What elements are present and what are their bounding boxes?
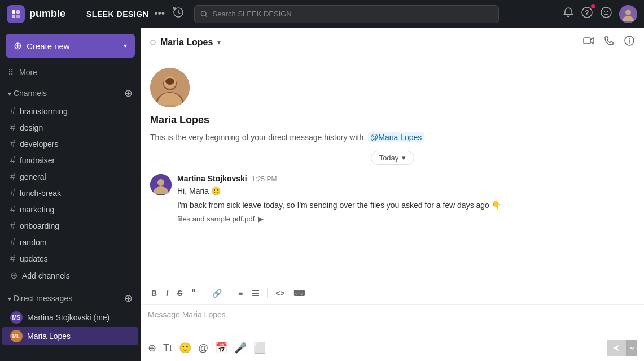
ordered-list-button[interactable]: ☰ bbox=[248, 286, 262, 300]
toolbar-sep-1 bbox=[204, 288, 204, 298]
message-textarea[interactable] bbox=[148, 309, 637, 333]
hash-icon: # bbox=[10, 123, 15, 133]
messages-list: Maria Lopes This is the very beginning o… bbox=[141, 56, 644, 282]
message-input-area: B I S " 🔗 ≡ ☰ <> ⌨ ⊕ Tt 🙂 @ 📅 bbox=[141, 282, 644, 361]
notification-icon[interactable] bbox=[563, 7, 574, 21]
more-item[interactable]: ⠿ More bbox=[0, 63, 141, 81]
send-dropdown-button[interactable] bbox=[626, 340, 637, 356]
channel-item-updates[interactable]: # updates bbox=[2, 251, 138, 267]
channel-item-random[interactable]: # random bbox=[2, 234, 138, 250]
file-play-icon[interactable]: ▶ bbox=[258, 215, 264, 223]
svg-point-12 bbox=[625, 10, 631, 15]
logo-text: pumble bbox=[29, 8, 65, 20]
calendar-icon[interactable]: 📅 bbox=[215, 342, 227, 354]
italic-button[interactable]: I bbox=[163, 286, 172, 300]
topbar: pumble SLEEK DESIGN ••• ? bbox=[0, 0, 644, 28]
history-icon[interactable] bbox=[173, 7, 184, 21]
phone-icon[interactable] bbox=[603, 35, 615, 49]
attachment-filename: files and sample pdf.pdf bbox=[177, 215, 255, 223]
send-button[interactable] bbox=[607, 340, 626, 356]
help-icon[interactable]: ? bbox=[581, 6, 593, 21]
topbar-actions: ? bbox=[563, 5, 637, 23]
dm-avatar-maria-wrapper: ML bbox=[10, 330, 23, 342]
channels-section: ▾ Channels ⊕ # brainstorming # design # … bbox=[0, 84, 141, 284]
input-toolbar: B I S " 🔗 ≡ ☰ <> ⌨ bbox=[141, 282, 644, 305]
channel-list: # brainstorming # design # developers # … bbox=[0, 103, 141, 284]
svg-rect-3 bbox=[16, 15, 20, 18]
mention-icon[interactable]: @ bbox=[198, 342, 208, 354]
message-text-2: I'm back from sick leave today, so I'm s… bbox=[177, 199, 635, 211]
chat-header-left: Maria Lopes ▾ bbox=[150, 37, 221, 47]
hash-icon: # bbox=[10, 172, 15, 182]
search-bar[interactable] bbox=[194, 5, 499, 23]
add-attachment-icon[interactable]: ⊕ bbox=[148, 342, 156, 354]
add-channels-item[interactable]: ⊕ Add channels bbox=[2, 267, 138, 284]
input-actions: ⊕ Tt 🙂 @ 📅 🎤 ⬜ bbox=[141, 337, 644, 361]
blockquote-button[interactable]: " bbox=[188, 286, 199, 301]
video-icon[interactable] bbox=[583, 35, 594, 49]
svg-point-8 bbox=[601, 7, 611, 18]
channel-item-general[interactable]: # general bbox=[2, 169, 138, 185]
hash-icon: # bbox=[10, 188, 15, 198]
hash-icon: # bbox=[10, 221, 15, 231]
canvas-icon[interactable]: ⬜ bbox=[253, 342, 266, 354]
channel-item-onboarding[interactable]: # onboarding bbox=[2, 218, 138, 234]
add-channel-icon[interactable]: ⊕ bbox=[124, 87, 133, 99]
hash-icon: # bbox=[10, 106, 15, 116]
channel-item-brainstorming[interactable]: # brainstorming bbox=[2, 103, 138, 119]
emoji-icon[interactable] bbox=[600, 6, 612, 21]
channel-item-fundraiser[interactable]: # fundraiser bbox=[2, 153, 138, 168]
svg-rect-0 bbox=[12, 10, 15, 14]
contact-menu-icon[interactable]: ▾ bbox=[217, 38, 221, 46]
channel-item-lunch-break[interactable]: # lunch-break bbox=[2, 185, 138, 201]
audio-icon[interactable]: 🎤 bbox=[234, 342, 247, 354]
toolbar-sep-2 bbox=[230, 288, 230, 298]
dm-section-header[interactable]: ▾ Direct messages ⊕ bbox=[0, 289, 141, 308]
logo-icon bbox=[7, 5, 25, 23]
hash-icon: # bbox=[10, 237, 15, 247]
message-group: Martina Stojkovski 1:25 PM Hi, Maria 🙂 I… bbox=[150, 174, 635, 223]
svg-point-15 bbox=[629, 38, 630, 40]
channel-item-marketing[interactable]: # marketing bbox=[2, 202, 138, 218]
dm-item-martina[interactable]: MS Martina Stojkovski (me) bbox=[2, 308, 138, 327]
hash-icon: # bbox=[10, 139, 15, 149]
intro-text: This is the very beginning of your direc… bbox=[150, 133, 424, 142]
dm-avatar-maria: ML bbox=[10, 330, 23, 342]
bold-button[interactable]: B bbox=[148, 286, 160, 300]
date-chevron-icon: ▾ bbox=[402, 154, 406, 162]
channels-section-header[interactable]: ▾ Channels ⊕ bbox=[0, 84, 141, 103]
more-grip-icon: ⠿ bbox=[8, 68, 14, 77]
dm-item-maria[interactable]: ML Maria Lopes bbox=[2, 327, 138, 345]
search-icon bbox=[200, 10, 208, 18]
emoji-picker-icon[interactable]: 🙂 bbox=[179, 342, 191, 354]
chat-header: Maria Lopes ▾ bbox=[141, 28, 644, 56]
intro-section: Maria Lopes This is the very beginning o… bbox=[150, 68, 635, 142]
user-avatar[interactable] bbox=[619, 5, 637, 23]
contact-intro-avatar-img bbox=[150, 68, 190, 107]
dm-section: ▾ Direct messages ⊕ MS Martina Stojkovsk… bbox=[0, 289, 141, 346]
svg-rect-2 bbox=[12, 15, 15, 18]
contact-intro-avatar bbox=[150, 68, 190, 107]
channel-item-developers[interactable]: # developers bbox=[2, 136, 138, 152]
link-button[interactable]: 🔗 bbox=[209, 286, 225, 300]
add-dm-icon[interactable]: ⊕ bbox=[124, 292, 133, 305]
info-icon[interactable] bbox=[624, 35, 635, 49]
svg-text:?: ? bbox=[585, 9, 589, 17]
date-pill[interactable]: Today ▾ bbox=[371, 151, 415, 165]
workspace-menu-icon[interactable]: ••• bbox=[154, 8, 165, 20]
message-author: Martina Stojkovski bbox=[177, 174, 247, 183]
code-block-button[interactable]: ⌨ bbox=[290, 286, 308, 300]
search-input[interactable] bbox=[213, 10, 493, 18]
svg-point-10 bbox=[607, 11, 608, 12]
text-format-icon[interactable]: Tt bbox=[163, 342, 172, 354]
send-area bbox=[607, 340, 637, 356]
hash-icon: # bbox=[10, 155, 15, 166]
svg-point-21 bbox=[157, 179, 164, 186]
unordered-list-button[interactable]: ≡ bbox=[235, 286, 246, 300]
code-button[interactable]: <> bbox=[272, 286, 288, 300]
create-new-button[interactable]: ⊕Create new ▾ bbox=[6, 34, 135, 58]
svg-point-19 bbox=[165, 78, 174, 85]
strikethrough-button[interactable]: S bbox=[174, 286, 186, 300]
hash-icon: # bbox=[10, 254, 15, 264]
channel-item-design[interactable]: # design bbox=[2, 120, 138, 136]
